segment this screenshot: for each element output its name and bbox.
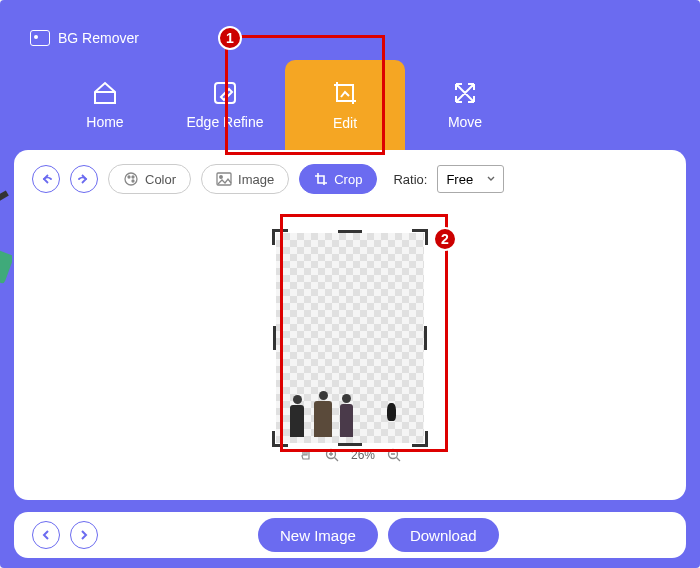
footer-bar: New Image Download xyxy=(14,512,686,558)
app-logo: BG Remover xyxy=(30,30,139,46)
nav-edge-refine[interactable]: Edge Refine xyxy=(165,60,285,150)
edge-refine-icon xyxy=(212,80,238,106)
zoom-out-button[interactable] xyxy=(387,448,401,462)
ratio-label: Ratio: xyxy=(393,172,427,187)
zoom-value: 26% xyxy=(351,448,375,462)
svg-point-4 xyxy=(132,180,134,182)
new-image-button[interactable]: New Image xyxy=(258,518,378,552)
edit-toolbar: Color Image Crop Ratio: Free xyxy=(14,150,686,208)
next-button[interactable] xyxy=(70,521,98,549)
person-figure xyxy=(290,395,304,437)
image-label: Image xyxy=(238,172,274,187)
header: BG Remover Home Edge Refine Edit xyxy=(0,0,700,150)
crop-button[interactable]: Crop xyxy=(299,164,377,194)
crop-label: Crop xyxy=(334,172,362,187)
svg-point-6 xyxy=(220,176,223,179)
person-figure xyxy=(340,394,353,437)
undo-button[interactable] xyxy=(32,165,60,193)
person-figure xyxy=(314,391,332,437)
crop-handle-right[interactable] xyxy=(424,326,427,350)
app-title: BG Remover xyxy=(58,30,139,46)
nav-home-label: Home xyxy=(86,114,123,130)
main-nav: Home Edge Refine Edit Move xyxy=(0,60,525,150)
crop-handle-bottom[interactable] xyxy=(338,443,362,446)
ratio-select[interactable]: Free xyxy=(437,165,504,193)
crop-handle-left[interactable] xyxy=(273,326,276,350)
svg-point-2 xyxy=(128,176,130,178)
crop-handle-br[interactable] xyxy=(412,431,428,447)
crop-frame[interactable] xyxy=(276,233,424,443)
prev-button[interactable] xyxy=(32,521,60,549)
crop-handle-tl[interactable] xyxy=(272,229,288,245)
zoom-in-button[interactable] xyxy=(325,448,339,462)
image-subject xyxy=(290,367,410,437)
logo-icon xyxy=(30,30,50,46)
nav-edge-refine-label: Edge Refine xyxy=(186,114,263,130)
person-figure xyxy=(387,403,396,421)
svg-point-1 xyxy=(125,173,137,185)
crop-handle-tr[interactable] xyxy=(412,229,428,245)
nav-move[interactable]: Move xyxy=(405,60,525,150)
download-button[interactable]: Download xyxy=(388,518,499,552)
color-label: Color xyxy=(145,172,176,187)
nav-edit-label: Edit xyxy=(333,115,357,131)
background-decoration xyxy=(0,190,12,300)
chevron-down-icon xyxy=(487,176,495,182)
color-button[interactable]: Color xyxy=(108,164,191,194)
ratio-value: Free xyxy=(446,172,473,187)
crop-handle-bl[interactable] xyxy=(272,431,288,447)
crop-handle-top[interactable] xyxy=(338,230,362,233)
svg-point-3 xyxy=(132,176,134,178)
redo-button[interactable] xyxy=(70,165,98,193)
edit-icon xyxy=(331,79,359,107)
zoom-controls: 26% xyxy=(299,448,401,462)
move-icon xyxy=(452,80,478,106)
nav-edit[interactable]: Edit xyxy=(285,60,405,150)
nav-move-label: Move xyxy=(448,114,482,130)
nav-home[interactable]: Home xyxy=(45,60,165,150)
home-icon xyxy=(91,80,119,106)
image-button[interactable]: Image xyxy=(201,164,289,194)
app-window: BG Remover Home Edge Refine Edit xyxy=(0,0,700,568)
hand-tool-icon[interactable] xyxy=(299,448,313,462)
content-panel: Color Image Crop Ratio: Free xyxy=(14,150,686,500)
canvas-area[interactable]: 26% xyxy=(14,208,686,468)
